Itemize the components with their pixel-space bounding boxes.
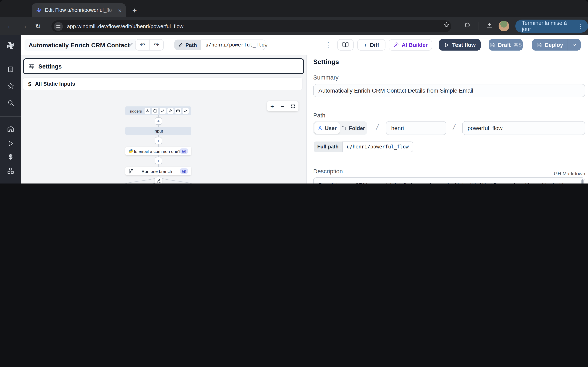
add-step-button[interactable]: + bbox=[155, 117, 162, 125]
add-branch-button[interactable] bbox=[155, 177, 162, 184]
deploy-button[interactable]: Deploy bbox=[532, 42, 568, 48]
bookmark-star-icon[interactable] bbox=[443, 22, 450, 29]
site-settings-icon[interactable] bbox=[54, 22, 63, 31]
url-bar[interactable]: app.windmill.dev/flows/edit/u/henri/powe… bbox=[52, 20, 451, 32]
home-icon[interactable] bbox=[7, 125, 14, 133]
folder-icon bbox=[341, 125, 346, 131]
reload-icon[interactable]: ↻ bbox=[31, 22, 45, 30]
deploy-dropdown-button[interactable] bbox=[568, 42, 581, 48]
new-tab-icon[interactable]: + bbox=[132, 7, 137, 14]
path-separator: / bbox=[376, 123, 378, 132]
search-icon[interactable] bbox=[7, 99, 14, 106]
back-icon[interactable]: ← bbox=[3, 22, 17, 30]
sidebar-divider bbox=[0, 56, 21, 56]
path-separator: / bbox=[453, 123, 455, 132]
docs-book-button[interactable] bbox=[337, 39, 354, 50]
undo-redo-group: ↶ ↷ bbox=[135, 39, 164, 50]
variables-icon[interactable]: $ bbox=[9, 153, 13, 161]
draft-button[interactable]: Draft ⌘S bbox=[489, 39, 523, 50]
description-textarea[interactable]: Populate your CRM contacts' details from… bbox=[313, 177, 585, 184]
textarea-scrollbar[interactable] bbox=[581, 179, 584, 184]
path-label: Path bbox=[313, 112, 325, 119]
plus-minus-icon: ± bbox=[364, 42, 367, 48]
windmill-logo-icon[interactable] bbox=[7, 42, 15, 50]
save-icon bbox=[490, 42, 495, 48]
user-icon bbox=[318, 125, 322, 131]
magic-wand-icon bbox=[393, 42, 399, 48]
undo-button[interactable]: ↶ bbox=[136, 40, 150, 50]
browser-update-button[interactable]: Terminer la mise à jour ⋮ bbox=[515, 20, 588, 33]
workspace-icon[interactable] bbox=[7, 66, 14, 73]
markdown-hint: GH Markdown bbox=[523, 171, 585, 176]
sidebar-divider bbox=[0, 116, 21, 117]
description-label: Description bbox=[313, 168, 343, 175]
tab-title: Edit Flow u/henri/powerful_flo bbox=[45, 7, 115, 13]
profile-avatar[interactable] bbox=[499, 21, 509, 31]
path-owner-input[interactable] bbox=[386, 121, 446, 135]
forward-icon[interactable]: → bbox=[17, 22, 31, 30]
full-path-display: Full path u/henri/powerful_flow bbox=[314, 142, 413, 152]
add-step-button[interactable]: + bbox=[155, 157, 162, 164]
deploy-button-group: Deploy bbox=[532, 39, 581, 50]
add-step-button[interactable]: + bbox=[155, 137, 162, 144]
app-sidebar: $ + → bbox=[0, 35, 21, 184]
ai-builder-button[interactable]: AI Builder bbox=[389, 39, 432, 50]
folder-toggle-option[interactable]: Folder bbox=[341, 122, 366, 134]
more-options-kebab-icon[interactable]: ⋮ bbox=[323, 39, 334, 50]
settings-panel-title: Settings bbox=[313, 58, 339, 66]
description-field-wrap: Populate your CRM contacts' details from… bbox=[313, 177, 585, 184]
tab-close-icon[interactable]: × bbox=[118, 7, 122, 13]
save-icon bbox=[536, 42, 542, 48]
path-chip[interactable]: Path u/henri/powerful_flow bbox=[174, 40, 265, 50]
chevron-down-icon bbox=[572, 42, 577, 48]
url-text: app.windmill.dev/flows/edit/u/henri/powe… bbox=[67, 23, 183, 29]
flow-title[interactable]: Automatically Enrich CRM Contact bbox=[25, 39, 137, 50]
favorites-star-icon[interactable] bbox=[7, 82, 15, 90]
owner-kind-toggle: User Folder bbox=[313, 121, 367, 135]
shortcut-hint: ⌘S bbox=[514, 42, 522, 48]
diff-button[interactable]: ± Diff bbox=[357, 39, 385, 50]
flow-editor-header: Automatically Enrich CRM Contact ↶ ↷ Pat… bbox=[21, 35, 588, 55]
summary-label: Summary bbox=[313, 74, 338, 81]
play-icon bbox=[444, 42, 449, 48]
windmill-favicon bbox=[36, 7, 42, 13]
browser-tab[interactable]: Edit Flow u/henri/powerful_flo × bbox=[32, 3, 126, 17]
edit-pencil-icon bbox=[128, 42, 133, 47]
browser-menu-kebab-icon[interactable]: ⋮ bbox=[578, 23, 583, 29]
redo-button[interactable]: ↷ bbox=[150, 40, 163, 50]
toolbar-divider bbox=[479, 22, 479, 30]
flow-connectors bbox=[21, 55, 306, 184]
extensions-icon[interactable] bbox=[464, 22, 471, 29]
resources-icon[interactable] bbox=[7, 167, 14, 175]
summary-input[interactable] bbox=[313, 84, 585, 97]
edit-pencil-icon bbox=[178, 43, 183, 47]
runs-icon[interactable] bbox=[7, 140, 14, 147]
book-icon bbox=[342, 42, 349, 48]
user-toggle-option[interactable]: User bbox=[314, 122, 340, 134]
flow-graph-panel: Settings $ All Static Inputs Triggers bbox=[21, 55, 306, 184]
test-flow-button[interactable]: Test flow bbox=[439, 39, 481, 50]
path-name-input[interactable] bbox=[462, 121, 585, 135]
screen: Edit Flow u/henri/powerful_flo × + ← → ↻… bbox=[0, 0, 588, 184]
download-icon[interactable] bbox=[486, 22, 493, 29]
browser-chrome: Edit Flow u/henri/powerful_flo × + ← → ↻… bbox=[0, 0, 588, 35]
settings-panel: Settings Summary Path User Folder / / Fu… bbox=[306, 55, 588, 184]
